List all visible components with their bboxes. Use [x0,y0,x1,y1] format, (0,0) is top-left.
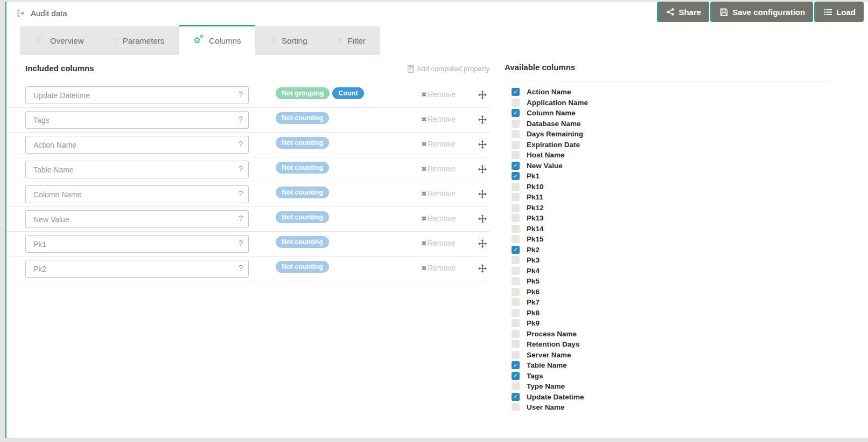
checkbox[interactable] [512,193,520,201]
move-handle-icon[interactable] [478,165,487,174]
help-icon[interactable]: ? [239,115,243,123]
checkbox[interactable] [512,151,520,159]
available-column-item[interactable]: ✓ Pk1 [512,171,832,182]
available-column-item[interactable]: Pk15 [512,234,832,245]
available-column-item[interactable]: Process Name [512,329,832,340]
checkbox[interactable] [512,256,520,264]
available-column-item[interactable]: Pk14 [512,224,832,234]
available-column-item[interactable]: ✓ Column Name [512,108,832,119]
available-column-item[interactable]: Host Name [512,150,832,161]
available-column-item[interactable]: Pk8 [512,308,832,319]
remove-button[interactable]: ✖ Remove [421,239,456,247]
column-name-input[interactable] [25,210,249,228]
available-column-item[interactable]: Pk4 [512,266,832,277]
available-column-item[interactable]: Pk9 [512,318,832,329]
move-handle-icon[interactable] [478,140,487,149]
checkbox[interactable] [512,319,520,327]
checkbox[interactable] [512,235,520,243]
remove-button[interactable]: ✖ Remove [421,189,456,198]
checkbox[interactable] [512,382,520,390]
help-icon[interactable]: ? [239,140,243,148]
move-handle-icon[interactable] [478,190,487,198]
checkbox[interactable]: ✓ [512,361,520,369]
available-column-item[interactable]: Type Name [512,381,832,392]
checkbox[interactable] [512,330,520,338]
available-column-item[interactable]: Pk11 [512,192,832,203]
checkbox[interactable] [512,288,520,296]
remove-button[interactable]: ✖ Remove [421,164,456,173]
checkbox[interactable]: ✓ [512,372,520,380]
checkbox[interactable] [512,267,520,275]
checkbox[interactable] [512,204,520,212]
checkbox[interactable]: ✓ [512,162,520,170]
checkbox[interactable] [512,141,520,149]
available-column-item[interactable]: Pk6 [512,287,832,298]
checkbox[interactable]: ✓ [512,246,520,254]
move-handle-icon[interactable] [478,115,487,124]
available-column-item[interactable]: User Name [512,402,832,413]
checkbox[interactable] [512,130,520,138]
help-icon[interactable]: ? [239,164,243,173]
checkbox[interactable] [512,120,520,128]
available-column-item[interactable]: Database Name [512,119,832,129]
checkbox[interactable] [512,351,520,359]
share-button[interactable]: Share [657,2,709,22]
available-column-item[interactable]: ✓ Action Name [512,87,832,98]
move-handle-icon[interactable] [478,91,487,99]
help-icon[interactable]: ? [239,214,243,223]
checkbox[interactable] [512,340,520,348]
add-computed-property-button[interactable]: Add computed property [408,65,489,73]
available-column-item[interactable]: ✓ Pk2 [512,245,832,255]
available-column-item[interactable]: ✓ New Value [512,161,832,171]
available-column-item[interactable]: Pk10 [512,182,832,192]
checkbox[interactable] [512,309,520,317]
available-column-item[interactable]: Server Name [512,350,832,361]
load-button[interactable]: Load [814,2,864,22]
checkbox[interactable]: ✓ [512,109,520,117]
column-name-input[interactable] [25,161,249,178]
available-column-item[interactable]: Expiration Date [512,140,832,150]
checkbox[interactable] [512,225,520,233]
column-name-input[interactable] [25,111,249,129]
move-handle-icon[interactable] [478,264,487,273]
column-name-input[interactable] [25,136,249,154]
available-column-item[interactable]: ✓ Update Datetime [512,392,832,403]
tab-overview[interactable]: ⚙⚙ Overview [20,26,99,55]
available-column-item[interactable]: Days Remaining [512,129,832,140]
column-name-input[interactable] [25,185,249,203]
checkbox[interactable] [512,298,520,306]
available-column-item[interactable]: ✓ Tags [512,371,832,382]
available-column-item[interactable]: Pk13 [512,213,832,224]
checkbox[interactable] [512,403,520,411]
checkbox[interactable] [512,214,520,222]
tab-parameters[interactable]: ? Parameters [99,26,179,55]
available-column-item[interactable]: Application Name [512,98,832,108]
tab-columns[interactable]: ⚙⚙ Columns [179,25,255,55]
checkbox[interactable] [512,99,520,107]
remove-button[interactable]: ✖ Remove [421,264,456,272]
remove-button[interactable]: ✖ Remove [421,115,456,123]
remove-button[interactable]: ✖ Remove [421,214,456,223]
available-column-item[interactable]: Pk12 [512,203,832,213]
checkbox[interactable]: ✓ [512,88,520,96]
available-column-item[interactable]: Pk3 [512,255,832,266]
column-name-input[interactable] [25,260,249,278]
move-handle-icon[interactable] [478,215,487,223]
checkbox[interactable] [512,183,520,191]
move-handle-icon[interactable] [478,239,487,248]
tab-filter[interactable]: Filter [322,26,380,55]
checkbox[interactable] [512,277,520,285]
help-icon[interactable]: ? [239,90,243,99]
help-icon[interactable]: ? [239,189,243,198]
remove-button[interactable]: ✖ Remove [421,90,456,99]
help-icon[interactable]: ? [239,239,243,247]
save-configuration-button[interactable]: Save configuration [710,2,813,22]
column-name-input[interactable] [25,86,249,104]
available-column-item[interactable]: Pk5 [512,276,832,287]
help-icon[interactable]: ? [239,264,243,272]
tab-sorting[interactable]: ⇅ Sorting [255,26,321,55]
available-column-item[interactable]: Pk7 [512,297,832,308]
column-name-input[interactable] [25,235,249,253]
checkbox[interactable]: ✓ [512,172,520,180]
available-column-item[interactable]: Retention Days [512,339,832,350]
